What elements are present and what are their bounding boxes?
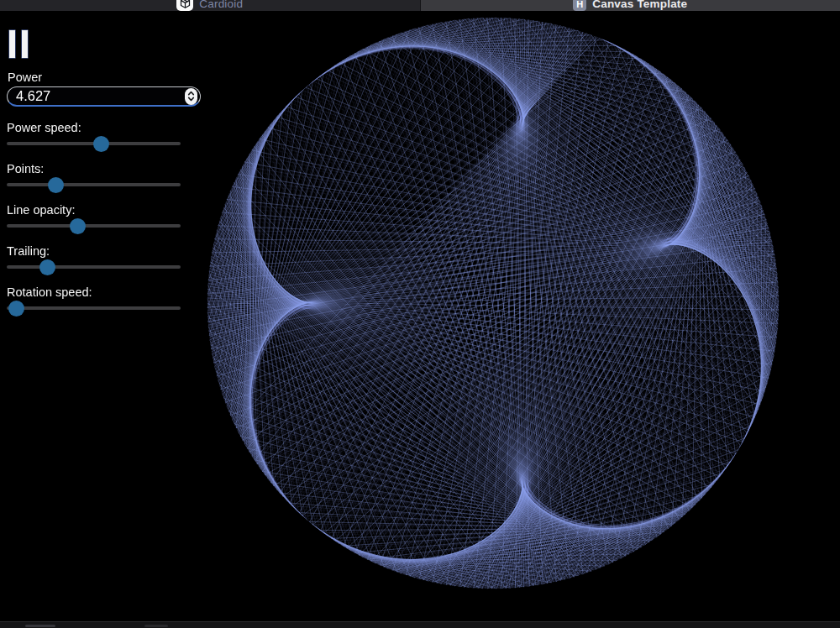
pause-icon [21,29,29,59]
control-panel: Power Power speed: Points: Line opacity: [0,0,210,621]
power-label: Power [8,71,42,84]
tab-canvas-template-label: Canvas Template [592,0,687,11]
rotation-speed-slider-thumb[interactable] [8,301,24,317]
rotation-speed-slider-track[interactable] [7,306,181,310]
app-window: Cardioid H Canvas Template Power [0,0,840,628]
rotation-speed-slider-group: Rotation speed: [7,285,187,322]
points-slider-track[interactable] [7,183,181,186]
power-input-box [7,86,201,107]
trailing-label: Trailing: [7,244,187,258]
line-opacity-slider-thumb[interactable] [70,218,86,234]
points-label: Points: [7,162,187,175]
power-input[interactable] [8,88,171,105]
power-speed-slider-thumb[interactable] [93,136,109,152]
number-stepper[interactable] [185,88,197,105]
pause-button[interactable] [8,29,34,61]
rotation-speed-label: Rotation speed: [7,285,187,299]
h-favicon-icon: H [573,0,586,11]
tab-cardioid-label: Cardioid [199,0,243,11]
bottom-bar [0,621,840,628]
tab-canvas-template[interactable]: H Canvas Template [420,0,840,11]
pause-icon [8,29,16,59]
trailing-slider-group: Trailing: [7,244,187,281]
trailing-slider-track[interactable] [7,265,181,269]
line-opacity-label: Line opacity: [7,203,187,217]
tab-cardioid[interactable]: Cardioid [0,0,420,11]
scroll-grip [25,625,55,627]
points-slider-thumb[interactable] [48,177,64,193]
tab-canvas-template-content: H Canvas Template [573,0,687,11]
tab-cardioid-content: Cardioid [176,0,243,11]
scroll-grip [144,625,168,627]
line-opacity-slider-track[interactable] [7,224,181,228]
tab-bar: Cardioid H Canvas Template [0,0,840,11]
line-opacity-slider-group: Line opacity: [7,203,187,240]
power-speed-label: Power speed: [7,121,187,134]
points-slider-group: Points: [7,162,187,199]
cube-icon [176,0,193,11]
trailing-slider-thumb[interactable] [39,259,55,275]
power-speed-slider-group: Power speed: [7,121,187,158]
